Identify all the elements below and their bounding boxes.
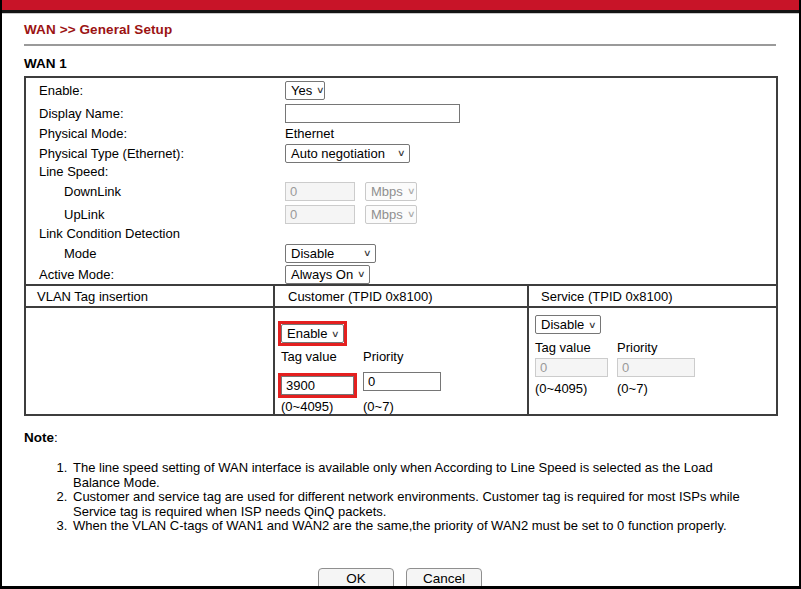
uplink-unit-select: Mbps ∨ [365,205,417,224]
service-state-value: Disable [541,317,584,332]
link-condition-label: Link Condition Detection [26,226,285,241]
chevron-down-icon: ∨ [588,320,597,330]
uplink-row: UpLink Mbps ∨ [26,203,776,225]
wan1-settings-table: Enable: Yes ∨ Display Name: Physical Mod… [24,76,778,284]
chevron-down-icon: ∨ [407,209,416,219]
link-condition-row: Link Condition Detection [26,225,776,242]
vlan-tag-table: VLAN Tag insertion Customer (TPID 0x8100… [24,284,778,416]
downlink-label: DownLink [26,184,285,199]
mode-select-value: Disable [291,246,334,261]
note-item: When the VLAN C-tags of WAN1 and WAN2 ar… [71,519,754,534]
active-mode-select[interactable]: Always On ∨ [285,265,370,284]
customer-priority-input[interactable] [363,372,441,391]
active-mode-label: Active Mode: [26,267,285,282]
active-mode-select-value: Always On [291,267,353,282]
customer-tag-label: Tag value [281,349,363,364]
note-label: Note [24,430,54,445]
downlink-row: DownLink Mbps ∨ [26,179,776,203]
top-banner-shadow [2,13,799,14]
physical-type-label: Physical Type (Ethernet): [26,146,285,161]
wan-general-setup-page: WAN >> General Setup WAN 1 Enable: Yes ∨… [0,0,801,589]
customer-tag-input[interactable] [281,376,354,395]
physical-type-row: Physical Type (Ethernet): Auto negotiati… [26,142,776,164]
vlan-empty-cell [26,308,275,414]
ok-button[interactable]: OK [318,568,394,589]
physical-mode-row: Physical Mode: Ethernet [26,125,776,142]
vlan-table-header: VLAN Tag insertion Customer (TPID 0x8100… [26,286,776,308]
vlan-table-body: Enable ∨ Tag value Priority [26,308,776,414]
mode-select[interactable]: Disable ∨ [285,244,376,263]
action-button-row: OK Cancel [24,568,776,589]
note-colon: : [54,430,58,445]
vlan-customer-cell: Enable ∨ Tag value Priority [275,308,529,414]
vlan-header-insertion: VLAN Tag insertion [26,286,275,306]
enable-select-value: Yes [291,83,312,98]
note-list: The line speed setting of WAN interface … [24,461,754,534]
title-divider [24,44,776,46]
chevron-down-icon: ∨ [397,148,406,158]
customer-priority-range: (0~7) [363,399,527,414]
service-tag-label: Tag value [535,340,617,355]
customer-state-highlight: Enable ∨ [278,321,347,346]
vlan-header-service: Service (TPID 0x8100) [529,286,776,306]
customer-state-select[interactable]: Enable ∨ [281,324,344,343]
service-tag-range: (0~4095) [535,381,617,396]
uplink-label: UpLink [26,207,285,222]
chevron-down-icon: ∨ [407,186,416,196]
vlan-header-customer: Customer (TPID 0x8100) [275,286,529,306]
breadcrumb: WAN >> General Setup [24,22,776,37]
customer-priority-label: Priority [363,349,527,364]
physical-type-select[interactable]: Auto negotiation ∨ [285,144,410,163]
enable-label: Enable: [26,83,285,98]
enable-row: Enable: Yes ∨ [26,78,776,102]
note-item: Customer and service tag are used for di… [71,490,754,519]
note-item: The line speed setting of WAN interface … [71,461,754,490]
service-priority-label: Priority [617,340,776,355]
downlink-input [285,182,355,201]
chevron-down-icon: ∨ [357,269,366,279]
cancel-button[interactable]: Cancel [406,568,482,589]
vlan-service-cell: Disable ∨ Tag value Priority [529,308,776,414]
downlink-unit-value: Mbps [371,184,403,199]
physical-type-select-value: Auto negotiation [291,146,385,161]
physical-mode-value: Ethernet [285,126,334,141]
chevron-down-icon: ∨ [316,85,325,95]
service-priority-input [617,358,695,377]
active-mode-row: Active Mode: Always On ∨ [26,264,776,284]
mode-row: Mode Disable ∨ [26,242,776,264]
top-banner-strip [2,0,799,10]
service-tag-input [535,358,608,377]
chevron-down-icon: ∨ [363,248,372,258]
note-heading: Note: [24,430,776,445]
physical-mode-label: Physical Mode: [26,126,285,141]
service-state-select[interactable]: Disable ∨ [535,315,601,334]
display-name-input[interactable] [285,104,460,123]
uplink-input [285,205,355,224]
display-name-row: Display Name: [26,102,776,125]
mode-label: Mode [26,246,285,261]
customer-tag-highlight [278,373,357,398]
downlink-unit-select: Mbps ∨ [365,182,417,201]
customer-tag-range: (0~4095) [281,399,363,414]
enable-select[interactable]: Yes ∨ [285,81,325,100]
display-name-label: Display Name: [26,106,285,121]
service-priority-range: (0~7) [617,381,776,396]
uplink-unit-value: Mbps [371,207,403,222]
page-title: WAN 1 [24,56,776,71]
line-speed-row: Line Speed: [26,164,776,179]
line-speed-label: Line Speed: [26,164,285,179]
